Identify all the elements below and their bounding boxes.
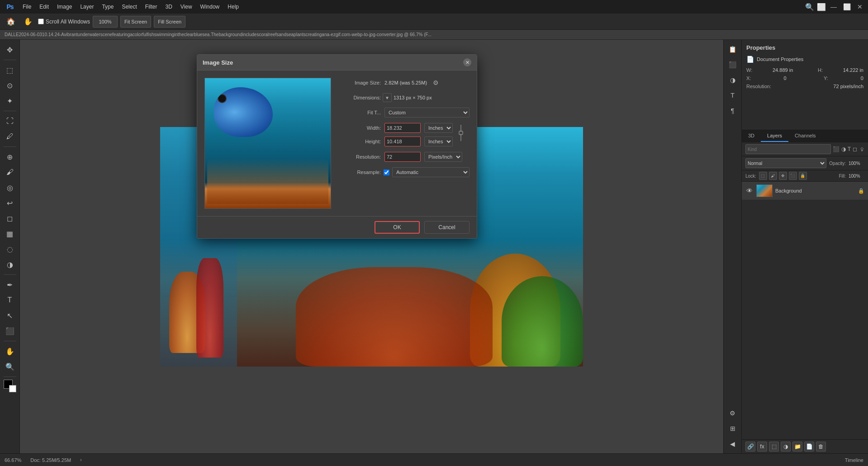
lasso-tool[interactable]: ⊙	[3, 78, 17, 93]
dimensions-toggle-btn[interactable]: ▼	[383, 93, 392, 102]
layer-name-background: Background	[775, 188, 855, 193]
menu-view[interactable]: View	[177, 2, 196, 12]
gradient-tool[interactable]: ▦	[3, 226, 17, 241]
blur-tool[interactable]: ◌	[3, 242, 17, 256]
home-button[interactable]: 🏠	[4, 14, 18, 29]
restore-button[interactable]: ⬜	[841, 3, 853, 10]
filter-shape-icon[interactable]: ◻	[853, 146, 857, 152]
ok-button[interactable]: OK	[375, 221, 420, 234]
menu-image[interactable]: Image	[53, 2, 76, 12]
lock-icons: ⬚ 🖌 ✥ ⬛ 🔒	[759, 172, 807, 180]
resample-select[interactable]: Automatic	[392, 167, 470, 177]
menu-edit[interactable]: Edit	[36, 2, 52, 12]
dialog-close-button[interactable]: ✕	[463, 58, 471, 66]
width-input[interactable]: 18.232	[384, 123, 421, 133]
menu-3d[interactable]: 3D	[161, 2, 175, 12]
new-layer-btn[interactable]: 📄	[804, 442, 814, 452]
lock-position-btn[interactable]: ✥	[779, 172, 787, 180]
clone-tool[interactable]: ◎	[3, 180, 17, 195]
dodge-tool[interactable]: ◑	[3, 257, 17, 272]
lock-image-btn[interactable]: 🖌	[769, 172, 777, 180]
magic-wand-tool[interactable]: ✦	[3, 94, 17, 108]
filter-text-icon[interactable]: T	[848, 146, 851, 152]
shape-tool[interactable]: ⬛	[3, 324, 17, 338]
close-button[interactable]: ✕	[855, 3, 864, 10]
tab-channels[interactable]: Channels	[788, 130, 822, 142]
crop-tool[interactable]: ⛶	[3, 114, 17, 128]
foreground-bg-color[interactable]	[4, 380, 16, 392]
lock-all-btn[interactable]: 🔒	[799, 172, 807, 180]
image-size-dialog[interactable]: Image Size ✕ Image Size: 2.82M (was 5.25…	[197, 54, 477, 239]
image-size-gear-btn[interactable]: ⚙	[431, 78, 441, 88]
filter-adjustment-icon[interactable]: ◑	[841, 146, 846, 152]
menu-file[interactable]: File	[19, 2, 35, 12]
height-label: Height:	[340, 139, 381, 144]
blend-mode-select[interactable]: Normal	[745, 158, 826, 168]
hand-tool-btn[interactable]: ✋	[21, 14, 35, 29]
minimize-button[interactable]: —	[829, 3, 839, 10]
menu-window[interactable]: Window	[197, 2, 223, 12]
height-input[interactable]: 10.418	[384, 137, 421, 146]
tool-divider-3	[4, 146, 16, 147]
new-group-btn[interactable]: 📁	[792, 442, 802, 452]
path-select-tool[interactable]: ↖	[3, 308, 17, 323]
healing-tool[interactable]: ⊕	[3, 150, 17, 164]
menu-layer[interactable]: Layer	[76, 2, 97, 12]
filter-pixel-icon[interactable]: ⬛	[833, 146, 840, 152]
menu-filter[interactable]: Filter	[142, 2, 161, 12]
status-arrow[interactable]: ›	[80, 457, 81, 462]
width-unit-select[interactable]: Inches	[424, 123, 453, 133]
layers-footer: 🔗 fx ⬚ ◑ 📁 📄 🗑	[742, 439, 868, 453]
lock-transparent-btn[interactable]: ⬚	[759, 172, 767, 180]
workspace-icon[interactable]: ⬜	[817, 3, 826, 11]
menu-select[interactable]: Select	[118, 2, 140, 12]
cancel-button[interactable]: Cancel	[424, 221, 470, 234]
timeline-label[interactable]: Timeline	[845, 457, 863, 463]
pen-tool[interactable]: ✒	[3, 278, 17, 292]
layout-icon[interactable]: ⊞	[726, 422, 740, 435]
filter-smart-icon[interactable]: ⧬	[859, 146, 864, 152]
layer-visibility-toggle[interactable]: 👁	[745, 187, 754, 195]
layer-item-background[interactable]: 👁 Background 🔒	[742, 182, 868, 200]
link-layers-btn[interactable]: 🔗	[745, 442, 755, 452]
eyedropper-tool[interactable]: 🖊	[3, 129, 17, 144]
properties-panel-icon[interactable]: 📋	[726, 42, 740, 56]
eraser-tool[interactable]: ◻	[3, 211, 17, 226]
settings-icon[interactable]: ⚙	[726, 406, 740, 420]
zoom-tool[interactable]: 🔍	[3, 359, 17, 374]
width-row: Width: 18.232 Inches	[340, 123, 453, 133]
layer-mask-btn[interactable]: ⬚	[769, 442, 779, 452]
text-tool[interactable]: T	[3, 293, 17, 307]
image-size-label: Image Size:	[340, 80, 381, 85]
brush-tool[interactable]: 🖌	[3, 165, 17, 179]
paragraph-icon[interactable]: ¶	[726, 104, 740, 118]
scroll-all-checkbox[interactable]	[38, 19, 44, 24]
text-icon[interactable]: T	[726, 89, 740, 102]
layers-kind-search[interactable]	[745, 144, 831, 154]
fit-screen-button[interactable]: Fit Screen	[120, 16, 151, 28]
move-tool[interactable]: ✥	[3, 42, 17, 57]
lock-artboard-btn[interactable]: ⬛	[789, 172, 797, 180]
chain-link-icon[interactable]	[456, 122, 465, 144]
fill-screen-button[interactable]: Fill Screen	[154, 16, 185, 28]
resolution-input[interactable]: 72	[384, 152, 421, 162]
zoom-input[interactable]: 100%	[93, 16, 118, 28]
marquee-tool[interactable]: ⬚	[3, 63, 17, 77]
menu-help[interactable]: Help	[224, 2, 242, 12]
layer-fx-btn[interactable]: fx	[757, 442, 767, 452]
expand-icon[interactable]: ◀	[726, 437, 740, 451]
resample-checkbox[interactable]	[384, 169, 389, 175]
height-unit-select[interactable]: Inches	[424, 137, 453, 146]
menu-type[interactable]: Type	[98, 2, 117, 12]
tab-layers[interactable]: Layers	[761, 130, 788, 142]
fit-to-select[interactable]: Custom	[384, 108, 470, 118]
canvas-icon[interactable]: ⬛	[726, 58, 740, 71]
resolution-unit-select[interactable]: Pixels/Inch	[424, 152, 462, 162]
tab-3d[interactable]: 3D	[742, 130, 761, 142]
search-icon[interactable]: 🔍	[805, 3, 814, 11]
history-brush-tool[interactable]: ↩	[3, 196, 17, 210]
new-adjustment-btn[interactable]: ◑	[781, 442, 791, 452]
hand-tool[interactable]: ✋	[3, 344, 17, 358]
delete-layer-btn[interactable]: 🗑	[816, 442, 826, 452]
adjustments-icon[interactable]: ◑	[726, 73, 740, 87]
